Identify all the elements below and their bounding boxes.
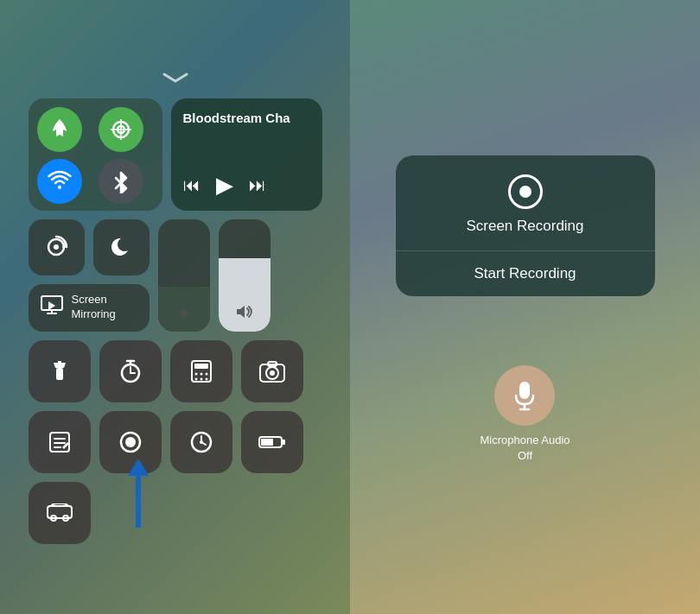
music-block: Bloodstream Cha ⏮ ▶ ⏭ — [171, 98, 322, 211]
timer-button[interactable] — [99, 340, 162, 402]
start-recording-button[interactable]: Start Recording — [474, 265, 576, 282]
svg-line-13 — [179, 308, 180, 309]
do-not-disturb-button[interactable] — [93, 219, 150, 275]
battery-button[interactable] — [241, 411, 303, 473]
rotation-dnd-row — [29, 219, 150, 275]
camera-button[interactable] — [241, 340, 303, 402]
screen-recording-popup: Screen Recording Start Recording — [396, 155, 655, 296]
rotation-lock-button[interactable] — [29, 219, 85, 275]
screen-recording-bottom[interactable]: Start Recording — [396, 251, 655, 296]
svg-rect-7 — [41, 296, 62, 310]
svg-point-6 — [54, 244, 59, 250]
brightness-slider[interactable] — [158, 219, 210, 332]
arrow-shaft — [136, 476, 141, 528]
brightness-icon — [176, 306, 192, 325]
arrow-annotation — [128, 459, 149, 528]
svg-line-15 — [188, 308, 188, 309]
flashlight-button[interactable] — [29, 340, 91, 402]
svg-line-14 — [188, 317, 188, 318]
toggle-controls: ScreenMirroring — [29, 219, 150, 332]
left-panel: Bloodstream Cha ⏮ ▶ ⏭ — [0, 0, 350, 614]
music-controls: ⏮ ▶ ⏭ — [183, 172, 310, 199]
screen-mirroring-label: ScreenMirroring — [72, 293, 116, 322]
svg-point-4 — [58, 186, 61, 189]
screen-recording-icon — [508, 174, 543, 209]
right-panel: Screen Recording Start Recording Microph… — [350, 0, 700, 614]
music-next-button[interactable]: ⏭ — [249, 175, 266, 195]
cellular-button[interactable] — [99, 107, 143, 152]
clock-button[interactable] — [170, 411, 232, 473]
music-prev-button[interactable]: ⏮ — [183, 175, 200, 195]
screen-mirroring-icon — [41, 295, 63, 320]
svg-rect-26 — [194, 364, 208, 369]
svg-point-35 — [270, 370, 275, 376]
bottom-row-1 — [29, 340, 322, 402]
volume-icon — [235, 304, 254, 323]
svg-line-16 — [179, 317, 180, 318]
svg-point-29 — [205, 372, 207, 375]
drag-indicator — [29, 71, 322, 86]
arrow-up-icon — [128, 459, 149, 476]
carplay-button[interactable] — [29, 482, 91, 544]
music-play-button[interactable]: ▶ — [216, 172, 233, 199]
svg-point-27 — [194, 372, 197, 375]
notes-button[interactable] — [29, 411, 91, 473]
top-row: Bloodstream Cha ⏮ ▶ ⏭ — [29, 98, 322, 211]
svg-rect-19 — [58, 361, 61, 364]
microphone-label: Microphone AudioOff — [480, 433, 570, 464]
svg-point-30 — [194, 377, 197, 380]
airplane-mode-button[interactable] — [37, 107, 82, 152]
control-center: Bloodstream Cha ⏮ ▶ ⏭ — [29, 71, 322, 544]
last-row — [29, 482, 322, 544]
svg-point-42 — [125, 437, 136, 447]
bottom-row-2 — [29, 411, 322, 473]
sliders-group — [158, 219, 322, 332]
calculator-button[interactable] — [170, 340, 232, 402]
svg-point-32 — [205, 377, 207, 380]
wifi-button[interactable] — [37, 159, 82, 204]
volume-slider[interactable] — [219, 219, 270, 332]
music-title: Bloodstream Cha — [183, 111, 310, 125]
screen-recording-title: Screen Recording — [466, 218, 583, 235]
svg-point-8 — [181, 310, 188, 317]
svg-point-31 — [200, 377, 202, 380]
svg-rect-49 — [282, 440, 285, 445]
screen-mirroring-button[interactable]: ScreenMirroring — [29, 284, 150, 332]
svg-rect-53 — [519, 382, 530, 399]
connectivity-block — [29, 98, 162, 211]
microphone-button[interactable] — [494, 365, 555, 426]
svg-rect-48 — [261, 439, 273, 446]
svg-rect-17 — [56, 368, 63, 380]
microphone-container: Microphone AudioOff — [480, 365, 570, 464]
svg-line-46 — [201, 442, 206, 445]
screen-recording-top: Screen Recording — [396, 155, 655, 251]
svg-point-28 — [200, 372, 202, 375]
middle-row: ScreenMirroring — [29, 219, 322, 332]
bluetooth-button[interactable] — [99, 159, 143, 204]
